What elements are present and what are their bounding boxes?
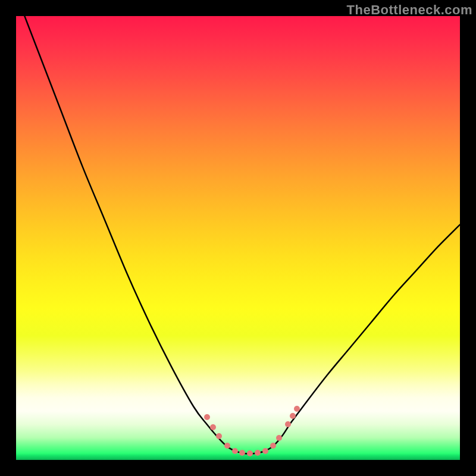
data-point xyxy=(239,450,245,456)
watermark-label: TheBottleneck.com xyxy=(347,2,472,18)
data-point xyxy=(216,433,222,439)
data-point xyxy=(270,443,276,449)
chart-frame: TheBottleneck.com xyxy=(0,0,476,476)
data-point xyxy=(255,450,261,456)
data-point xyxy=(210,424,216,430)
data-point xyxy=(262,448,268,454)
curve-line xyxy=(16,16,460,454)
bottleneck-curve xyxy=(16,16,460,460)
data-point xyxy=(276,435,282,441)
data-point xyxy=(224,443,230,449)
data-point xyxy=(285,421,291,427)
data-point xyxy=(204,414,210,420)
plot-area xyxy=(16,16,460,460)
data-point xyxy=(294,406,300,412)
data-point xyxy=(232,448,238,454)
data-point xyxy=(290,413,296,419)
data-point xyxy=(247,450,253,456)
